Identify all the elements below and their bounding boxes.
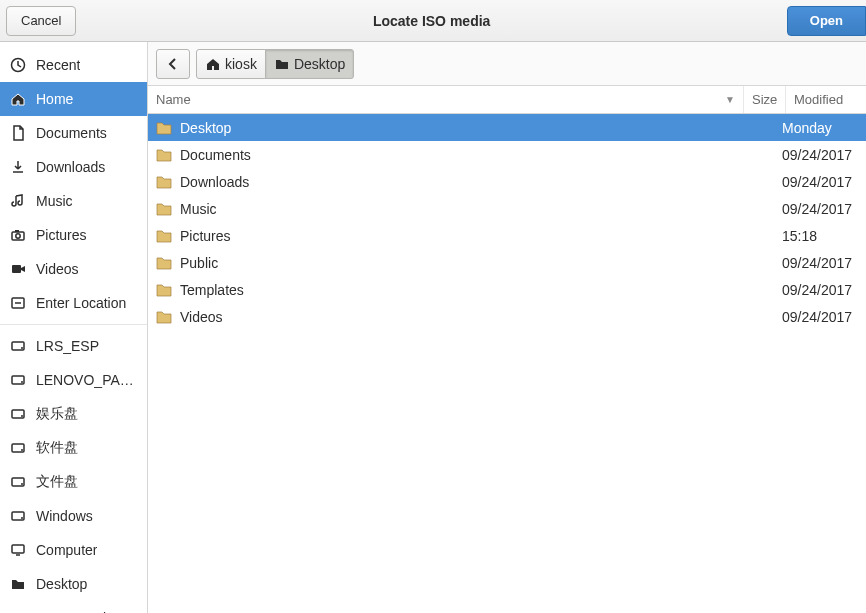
main-panel: kioskDesktop Name ▼ Size Modified Deskto… bbox=[148, 42, 866, 613]
sidebar-item-system-volu[interactable]: System Volu bbox=[0, 601, 147, 613]
sidebar-item-videos[interactable]: Videos bbox=[0, 252, 147, 286]
sidebar-item-computer[interactable]: Computer bbox=[0, 533, 147, 567]
sort-indicator-icon: ▼ bbox=[725, 94, 735, 105]
drive-icon bbox=[10, 474, 26, 490]
video-icon bbox=[10, 261, 26, 277]
dialog-title: Locate ISO media bbox=[76, 13, 786, 29]
sidebar-item-label: Computer bbox=[36, 542, 97, 558]
file-list: DesktopMondayDocuments09/24/2017Download… bbox=[148, 114, 866, 613]
home-icon bbox=[10, 91, 26, 107]
column-headers: Name ▼ Size Modified bbox=[148, 86, 866, 114]
column-size[interactable]: Size bbox=[744, 86, 786, 113]
drive-icon bbox=[10, 440, 26, 456]
file-name: Music bbox=[180, 201, 740, 217]
sidebar-item-downloads[interactable]: Downloads bbox=[0, 150, 147, 184]
music-icon bbox=[10, 193, 26, 209]
sidebar-item-文件盘[interactable]: 文件盘 bbox=[0, 465, 147, 499]
sidebar-item-label: Windows bbox=[36, 508, 93, 524]
sidebar-item-label: Videos bbox=[36, 261, 79, 277]
sidebar-item-windows[interactable]: Windows bbox=[0, 499, 147, 533]
path-crumb-label: kiosk bbox=[225, 56, 257, 72]
sidebar-item-label: Music bbox=[36, 193, 73, 209]
folder-icon bbox=[156, 174, 172, 190]
column-name[interactable]: Name ▼ bbox=[148, 86, 744, 113]
folder-icon bbox=[156, 228, 172, 244]
folder-icon bbox=[156, 201, 172, 217]
path-crumb-label: Desktop bbox=[294, 56, 345, 72]
file-name: Documents bbox=[180, 147, 740, 163]
sidebar-item-pictures[interactable]: Pictures bbox=[0, 218, 147, 252]
folder-icon bbox=[156, 120, 172, 136]
drive-icon bbox=[10, 372, 26, 388]
folder-icon bbox=[156, 147, 172, 163]
sidebar-item-documents[interactable]: Documents bbox=[0, 116, 147, 150]
titlebar: Cancel Locate ISO media Open bbox=[0, 0, 866, 42]
download-icon bbox=[10, 159, 26, 175]
sidebar-item-label: 文件盘 bbox=[36, 473, 78, 491]
sidebar-item-label: Downloads bbox=[36, 159, 105, 175]
doc-icon bbox=[10, 125, 26, 141]
sidebar-item-label: 软件盘 bbox=[36, 439, 78, 457]
sidebar-item-label: LRS_ESP bbox=[36, 338, 99, 354]
drive-icon bbox=[10, 508, 26, 524]
folder-icon bbox=[156, 309, 172, 325]
cancel-button[interactable]: Cancel bbox=[6, 6, 76, 36]
sidebar-item-label: Desktop bbox=[36, 576, 87, 592]
folder-icon bbox=[274, 56, 290, 72]
file-name: Pictures bbox=[180, 228, 740, 244]
sidebar-item-娱乐盘[interactable]: 娱乐盘 bbox=[0, 397, 147, 431]
file-modified: 09/24/2017 bbox=[782, 309, 862, 325]
drive-icon bbox=[10, 406, 26, 422]
file-row[interactable]: Videos09/24/2017 bbox=[148, 303, 866, 330]
file-row[interactable]: DesktopMonday bbox=[148, 114, 866, 141]
sidebar-item-label: Documents bbox=[36, 125, 107, 141]
sidebar-item-music[interactable]: Music bbox=[0, 184, 147, 218]
location-icon bbox=[10, 295, 26, 311]
file-modified: 15:18 bbox=[782, 228, 862, 244]
file-row[interactable]: Pictures15:18 bbox=[148, 222, 866, 249]
sidebar-item-label: Home bbox=[36, 91, 73, 107]
sidebar-item-desktop[interactable]: Desktop bbox=[0, 567, 147, 601]
folder-icon bbox=[156, 255, 172, 271]
sidebar-item-label: Pictures bbox=[36, 227, 87, 243]
column-modified[interactable]: Modified bbox=[786, 86, 866, 113]
file-modified: 09/24/2017 bbox=[782, 255, 862, 271]
sidebar-item-lrs_esp[interactable]: LRS_ESP bbox=[0, 329, 147, 363]
file-row[interactable]: Templates09/24/2017 bbox=[148, 276, 866, 303]
column-name-label: Name bbox=[156, 92, 191, 107]
file-name: Downloads bbox=[180, 174, 740, 190]
folder-icon bbox=[10, 576, 26, 592]
file-name: Templates bbox=[180, 282, 740, 298]
file-modified: Monday bbox=[782, 120, 862, 136]
sidebar-item-label: Enter Location bbox=[36, 295, 126, 311]
file-name: Desktop bbox=[180, 120, 740, 136]
file-row[interactable]: Music09/24/2017 bbox=[148, 195, 866, 222]
sidebar-item-软件盘[interactable]: 软件盘 bbox=[0, 431, 147, 465]
path-crumb-desktop[interactable]: Desktop bbox=[265, 49, 354, 79]
sidebar-item-enter-location[interactable]: Enter Location bbox=[0, 286, 147, 320]
sidebar-item-home[interactable]: Home bbox=[0, 82, 147, 116]
sidebar-item-label: 娱乐盘 bbox=[36, 405, 78, 423]
camera-icon bbox=[10, 227, 26, 243]
path-crumb-kiosk[interactable]: kiosk bbox=[196, 49, 266, 79]
file-row[interactable]: Downloads09/24/2017 bbox=[148, 168, 866, 195]
back-button[interactable] bbox=[156, 49, 190, 79]
file-row[interactable]: Public09/24/2017 bbox=[148, 249, 866, 276]
file-name: Videos bbox=[180, 309, 740, 325]
sidebar-item-label: Recent bbox=[36, 57, 80, 73]
clock-icon bbox=[10, 57, 26, 73]
file-modified: 09/24/2017 bbox=[782, 147, 862, 163]
chevron-left-icon bbox=[165, 56, 181, 72]
sidebar-item-lenovo_part[interactable]: LENOVO_PART bbox=[0, 363, 147, 397]
computer-icon bbox=[10, 542, 26, 558]
sidebar-item-label: LENOVO_PART bbox=[36, 372, 137, 388]
sidebar-item-recent[interactable]: Recent bbox=[0, 48, 147, 82]
file-modified: 09/24/2017 bbox=[782, 174, 862, 190]
file-row[interactable]: Documents09/24/2017 bbox=[148, 141, 866, 168]
drive-icon bbox=[10, 338, 26, 354]
open-button[interactable]: Open bbox=[787, 6, 866, 36]
pathbar: kioskDesktop bbox=[148, 42, 866, 86]
file-modified: 09/24/2017 bbox=[782, 282, 862, 298]
file-modified: 09/24/2017 bbox=[782, 201, 862, 217]
places-sidebar: RecentHomeDocumentsDownloadsMusicPicture… bbox=[0, 42, 148, 613]
